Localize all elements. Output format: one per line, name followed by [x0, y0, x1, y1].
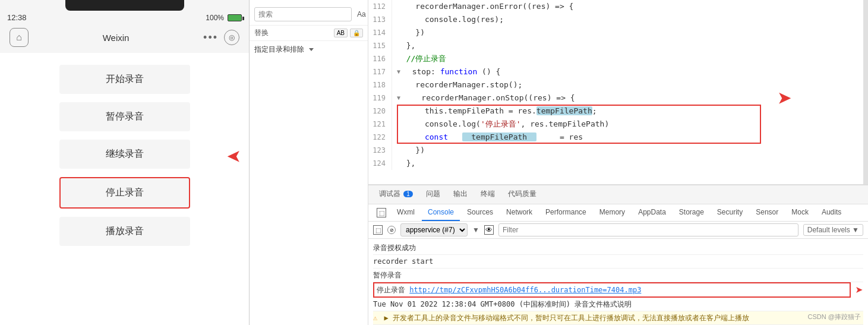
line-number: 117: [368, 65, 392, 78]
tab-terminal[interactable]: 终端: [475, 185, 501, 204]
console-stop-text: 停止录音: [377, 286, 409, 294]
tab-mock[interactable]: Mock: [785, 204, 815, 221]
replace-buttons: AB 🔒: [334, 29, 363, 37]
search-input[interactable]: [254, 7, 352, 21]
line-content: }): [397, 144, 868, 157]
case-sensitive-button[interactable]: Aa: [355, 9, 368, 20]
home-icon[interactable]: ⌂: [10, 28, 29, 47]
replace-ab-button[interactable]: AB: [334, 29, 348, 37]
tab-network[interactable]: Network: [500, 204, 538, 221]
code-scrollbar[interactable]: [863, 0, 868, 184]
code-line-114: 114 }): [368, 26, 868, 39]
directory-row[interactable]: 指定目录和排除: [250, 41, 368, 58]
line-number: 121: [368, 118, 392, 131]
dropdown-arrow[interactable]: ▼: [472, 226, 479, 234]
start-record-button[interactable]: 开始录音: [59, 65, 190, 94]
console-text: recorder start: [373, 257, 433, 266]
devtools-panel: 调试器 1 问题 输出 终端 代码质量 ⬚ Wxml Console Sourc…: [368, 184, 868, 325]
stop-record-button[interactable]: 停止录音: [59, 177, 190, 209]
line-number: 112: [368, 0, 392, 13]
tab-console[interactable]: Console: [422, 204, 460, 221]
console-line-5: Tue Nov 01 2022 12:38:04 GMT+0800 (中国标准时…: [373, 298, 863, 311]
phone-time: 12:38: [7, 13, 27, 22]
tab-sensor[interactable]: Sensor: [750, 204, 784, 221]
code-line-112: 112 recorderManager.onError((res) => {: [368, 0, 868, 13]
collapse-icon[interactable]: ▼: [397, 65, 400, 78]
arrow-code: ➤: [778, 89, 791, 108]
console-text: 暂停录音: [373, 271, 402, 279]
battery-icon: [228, 14, 242, 21]
tab-security[interactable]: Security: [711, 204, 749, 221]
tab-storage[interactable]: Storage: [673, 204, 710, 221]
line-content: stop: function () {: [403, 65, 868, 78]
code-line-123: 123 }): [368, 144, 868, 157]
devtools-selector-btn[interactable]: ⬚: [373, 207, 390, 219]
tab-sources[interactable]: Sources: [461, 204, 499, 221]
console-stop-icon[interactable]: ⊘: [387, 226, 396, 234]
line-number: 123: [368, 144, 392, 157]
highlighted-code-block: 120 this.tempFilePath = res.tempFilePath…: [368, 105, 868, 144]
line-number: 115: [368, 39, 392, 52]
console-toolbar: ⬚ ⊘ appservice (#7) ▼ 👁 Default levels ▼: [368, 222, 868, 239]
line-content: recorderManager.onStop((res) => {: [403, 91, 868, 105]
directory-label: 指定目录和排除: [254, 45, 304, 55]
tab-audits[interactable]: Audits: [816, 204, 847, 221]
phone-status-right: 100%: [206, 14, 242, 22]
line-number: 124: [368, 157, 392, 170]
line-content: const tempFilePath = res: [397, 131, 868, 144]
eye-icon[interactable]: 👁: [484, 225, 494, 235]
code-line-121: 121 console.log('停止录音', res.tempFilePath…: [368, 118, 868, 131]
console-highlighted-row: 停止录音 http://tmp/zCFxvpmhHS0A6b04ff6...du…: [373, 282, 863, 298]
tab-issues[interactable]: 问题: [420, 185, 446, 204]
filter-input[interactable]: [498, 223, 798, 236]
pause-record-button[interactable]: 暂停录音: [59, 102, 190, 131]
console-warning-text: ▶ 开发者工具上的录音文件与移动端格式不同，暂时只可在工具上进行播放调试，无法直…: [384, 314, 749, 322]
console-text: Tue Nov 01 2022 12:38:04 GMT+0800 (中国标准时…: [373, 300, 632, 308]
tab-debugger[interactable]: 调试器 1: [373, 185, 419, 204]
code-line-116: 116 //停止录音: [368, 52, 868, 65]
console-line-4: 停止录音 http://tmp/zCFxvpmhHS0A6b04ff6...du…: [373, 282, 851, 298]
console-selector-icon[interactable]: ⬚: [373, 225, 383, 235]
code-line-115: 115 },: [368, 39, 868, 52]
replace-row: 替换 AB 🔒: [250, 26, 368, 41]
code-line-120: 120 this.tempFilePath = res.tempFilePath…: [368, 105, 868, 118]
main-right-panel: 112 recorderManager.onError((res) => { 1…: [368, 0, 868, 325]
chevron-down-icon: [309, 48, 314, 51]
more-icon[interactable]: •••: [203, 31, 218, 44]
warning-triangle-icon: ⚠: [373, 314, 377, 322]
collapse-icon[interactable]: ▼: [397, 91, 400, 105]
code-line-124: 124 },: [368, 157, 868, 170]
element-selector-icon[interactable]: ⬚: [377, 208, 386, 217]
code-line-117: 117 ▼ stop: function () {: [368, 65, 868, 78]
phone-controls: ••• ◎: [203, 30, 239, 45]
line-number: 119: [368, 91, 392, 105]
line-content: },: [397, 157, 868, 170]
tab-output[interactable]: 输出: [447, 185, 474, 204]
line-number: 113: [368, 13, 392, 26]
line-number: 122: [368, 131, 392, 144]
console-link[interactable]: http://tmp/zCFxvpmhHS0A6b04ff6...duratio…: [409, 286, 641, 294]
tab-wxml[interactable]: Wxml: [391, 204, 421, 221]
tab-performance[interactable]: Performance: [539, 204, 592, 221]
console-line-warning: ⚠ ▶ 开发者工具上的录音文件与移动端格式不同，暂时只可在工具上进行播放调试，无…: [373, 311, 863, 325]
tab-appdata[interactable]: AppData: [632, 204, 672, 221]
record-icon[interactable]: ◎: [224, 30, 239, 45]
tab-memory[interactable]: Memory: [594, 204, 631, 221]
console-text: 录音授权成功: [373, 244, 416, 252]
line-content: //停止录音: [397, 52, 868, 65]
code-editor: 112 recorderManager.onError((res) => { 1…: [368, 0, 868, 184]
console-line-2: recorder start: [373, 255, 863, 269]
continue-record-button[interactable]: 继续录音: [59, 140, 190, 169]
level-select[interactable]: Default levels ▼: [803, 224, 863, 236]
line-content: recorderManager.stop();: [397, 78, 868, 91]
play-record-button[interactable]: 播放录音: [59, 217, 190, 246]
code-line-119: 119 ▼ recorderManager.onStop((res) => {: [368, 91, 868, 105]
line-number: 114: [368, 26, 392, 39]
tab-code-quality[interactable]: 代码质量: [502, 185, 542, 204]
replace-lock-button[interactable]: 🔒: [350, 29, 363, 37]
line-number: 116: [368, 52, 392, 65]
context-select[interactable]: appservice (#7): [400, 223, 468, 236]
phone-content: 开始录音 暂停录音 继续录音 停止录音 播放录音: [0, 53, 249, 325]
line-number: 120: [368, 105, 392, 118]
code-line-113: 113 console.log(res);: [368, 13, 868, 26]
